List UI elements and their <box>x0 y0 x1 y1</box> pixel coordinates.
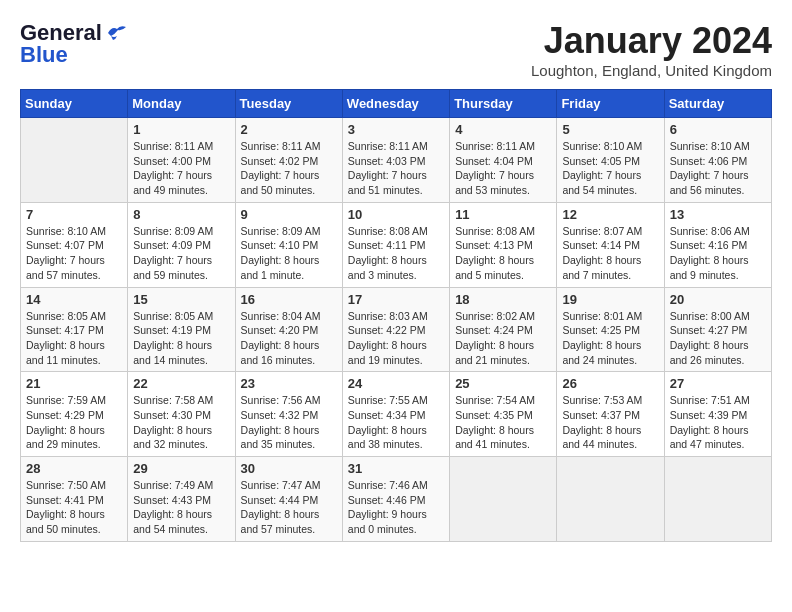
calendar-cell: 9Sunrise: 8:09 AMSunset: 4:10 PMDaylight… <box>235 202 342 287</box>
day-number: 7 <box>26 207 122 222</box>
cell-info: and 26 minutes. <box>670 353 766 368</box>
calendar-cell: 27Sunrise: 7:51 AMSunset: 4:39 PMDayligh… <box>664 372 771 457</box>
cell-info: Daylight: 8 hours <box>133 507 229 522</box>
cell-info: Sunset: 4:35 PM <box>455 408 551 423</box>
day-number: 27 <box>670 376 766 391</box>
cell-info: and 0 minutes. <box>348 522 444 537</box>
cell-info: and 11 minutes. <box>26 353 122 368</box>
cell-info: Sunset: 4:19 PM <box>133 323 229 338</box>
cell-info: Sunrise: 8:11 AM <box>133 139 229 154</box>
cell-info: Sunset: 4:27 PM <box>670 323 766 338</box>
calendar-cell: 29Sunrise: 7:49 AMSunset: 4:43 PMDayligh… <box>128 457 235 542</box>
cell-info: and 35 minutes. <box>241 437 337 452</box>
calendar-cell: 24Sunrise: 7:55 AMSunset: 4:34 PMDayligh… <box>342 372 449 457</box>
logo-blue: Blue <box>20 42 68 68</box>
cell-info: Daylight: 8 hours <box>241 253 337 268</box>
cell-info: and 16 minutes. <box>241 353 337 368</box>
cell-info: Sunset: 4:11 PM <box>348 238 444 253</box>
cell-info: Sunrise: 7:58 AM <box>133 393 229 408</box>
week-row-2: 7Sunrise: 8:10 AMSunset: 4:07 PMDaylight… <box>21 202 772 287</box>
cell-info: Sunrise: 8:05 AM <box>26 309 122 324</box>
cell-info: Sunset: 4:46 PM <box>348 493 444 508</box>
calendar-cell: 1Sunrise: 8:11 AMSunset: 4:00 PMDaylight… <box>128 118 235 203</box>
cell-info: Daylight: 8 hours <box>562 423 658 438</box>
cell-info: and 29 minutes. <box>26 437 122 452</box>
cell-info: Sunrise: 7:47 AM <box>241 478 337 493</box>
cell-info: Sunrise: 7:54 AM <box>455 393 551 408</box>
cell-info: Sunrise: 7:56 AM <box>241 393 337 408</box>
cell-info: Daylight: 7 hours <box>455 168 551 183</box>
cell-info: Sunset: 4:13 PM <box>455 238 551 253</box>
week-row-1: 1Sunrise: 8:11 AMSunset: 4:00 PMDaylight… <box>21 118 772 203</box>
cell-info: and 14 minutes. <box>133 353 229 368</box>
cell-info: Daylight: 8 hours <box>26 507 122 522</box>
cell-info: Sunrise: 8:04 AM <box>241 309 337 324</box>
day-number: 15 <box>133 292 229 307</box>
cell-info: Daylight: 8 hours <box>455 423 551 438</box>
title-block: January 2024 Loughton, England, United K… <box>531 20 772 79</box>
cell-info: Daylight: 8 hours <box>26 423 122 438</box>
cell-info: Daylight: 8 hours <box>241 423 337 438</box>
day-number: 30 <box>241 461 337 476</box>
day-number: 18 <box>455 292 551 307</box>
day-number: 22 <box>133 376 229 391</box>
cell-info: Sunrise: 7:46 AM <box>348 478 444 493</box>
cell-info: and 50 minutes. <box>241 183 337 198</box>
month-title: January 2024 <box>531 20 772 62</box>
calendar-cell: 14Sunrise: 8:05 AMSunset: 4:17 PMDayligh… <box>21 287 128 372</box>
day-number: 21 <box>26 376 122 391</box>
day-number: 26 <box>562 376 658 391</box>
calendar-cell: 22Sunrise: 7:58 AMSunset: 4:30 PMDayligh… <box>128 372 235 457</box>
day-number: 5 <box>562 122 658 137</box>
cell-info: Sunset: 4:09 PM <box>133 238 229 253</box>
cell-info: Daylight: 8 hours <box>455 253 551 268</box>
page-header: General Blue January 2024 Loughton, Engl… <box>20 20 772 79</box>
day-number: 25 <box>455 376 551 391</box>
day-number: 17 <box>348 292 444 307</box>
cell-info: Sunset: 4:44 PM <box>241 493 337 508</box>
cell-info: and 49 minutes. <box>133 183 229 198</box>
calendar-cell: 18Sunrise: 8:02 AMSunset: 4:24 PMDayligh… <box>450 287 557 372</box>
calendar-cell: 11Sunrise: 8:08 AMSunset: 4:13 PMDayligh… <box>450 202 557 287</box>
calendar-cell: 5Sunrise: 8:10 AMSunset: 4:05 PMDaylight… <box>557 118 664 203</box>
cell-info: Daylight: 8 hours <box>670 253 766 268</box>
cell-info: Daylight: 8 hours <box>348 253 444 268</box>
day-number: 11 <box>455 207 551 222</box>
cell-info: Sunset: 4:41 PM <box>26 493 122 508</box>
cell-info: Sunset: 4:34 PM <box>348 408 444 423</box>
cell-info: and 54 minutes. <box>133 522 229 537</box>
calendar-cell: 16Sunrise: 8:04 AMSunset: 4:20 PMDayligh… <box>235 287 342 372</box>
calendar-cell: 26Sunrise: 7:53 AMSunset: 4:37 PMDayligh… <box>557 372 664 457</box>
cell-info: Sunrise: 8:09 AM <box>241 224 337 239</box>
cell-info: Sunset: 4:05 PM <box>562 154 658 169</box>
cell-info: Sunset: 4:03 PM <box>348 154 444 169</box>
day-number: 16 <box>241 292 337 307</box>
cell-info: Sunrise: 8:08 AM <box>455 224 551 239</box>
header-wednesday: Wednesday <box>342 90 449 118</box>
cell-info: and 5 minutes. <box>455 268 551 283</box>
cell-info: and 41 minutes. <box>455 437 551 452</box>
day-number: 2 <box>241 122 337 137</box>
cell-info: Sunset: 4:25 PM <box>562 323 658 338</box>
day-number: 20 <box>670 292 766 307</box>
cell-info: Sunrise: 7:50 AM <box>26 478 122 493</box>
cell-info: Sunset: 4:00 PM <box>133 154 229 169</box>
cell-info: Sunset: 4:20 PM <box>241 323 337 338</box>
day-number: 13 <box>670 207 766 222</box>
week-row-4: 21Sunrise: 7:59 AMSunset: 4:29 PMDayligh… <box>21 372 772 457</box>
calendar-cell: 13Sunrise: 8:06 AMSunset: 4:16 PMDayligh… <box>664 202 771 287</box>
cell-info: Sunrise: 8:03 AM <box>348 309 444 324</box>
cell-info: Sunrise: 8:11 AM <box>348 139 444 154</box>
cell-info: and 57 minutes. <box>26 268 122 283</box>
cell-info: Daylight: 7 hours <box>133 253 229 268</box>
calendar-cell: 21Sunrise: 7:59 AMSunset: 4:29 PMDayligh… <box>21 372 128 457</box>
cell-info: Sunrise: 8:10 AM <box>562 139 658 154</box>
calendar-body: 1Sunrise: 8:11 AMSunset: 4:00 PMDaylight… <box>21 118 772 542</box>
cell-info: Daylight: 7 hours <box>26 253 122 268</box>
day-number: 31 <box>348 461 444 476</box>
cell-info: and 7 minutes. <box>562 268 658 283</box>
calendar-cell: 2Sunrise: 8:11 AMSunset: 4:02 PMDaylight… <box>235 118 342 203</box>
logo: General Blue <box>20 20 128 68</box>
calendar-cell: 8Sunrise: 8:09 AMSunset: 4:09 PMDaylight… <box>128 202 235 287</box>
cell-info: Daylight: 8 hours <box>133 338 229 353</box>
